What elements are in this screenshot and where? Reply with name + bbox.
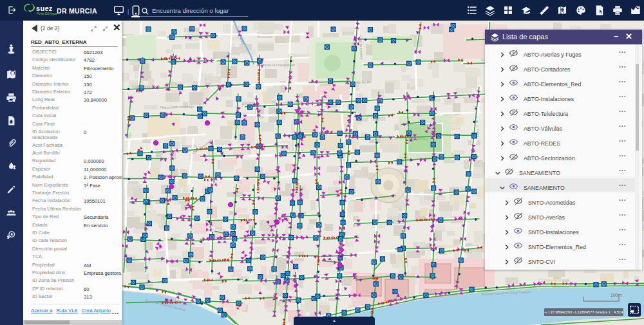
svg-text:Plaza de la Universidad: Plaza de la Universidad: [258, 63, 295, 67]
svg-text:Calle Beata: Calle Beata: [353, 80, 372, 84]
svg-text:La Condomina: La Condomina: [407, 137, 428, 141]
